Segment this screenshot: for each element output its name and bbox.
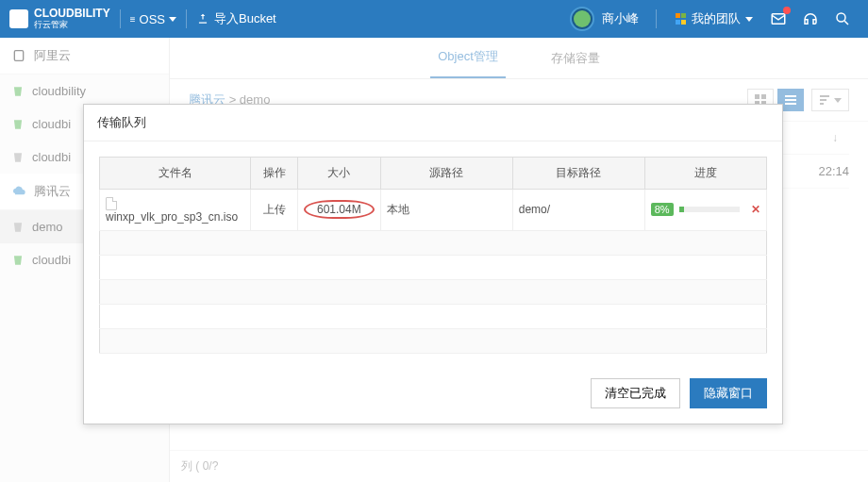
progress-percent: 8% [651,203,674,216]
col-size: 大小 [298,158,381,190]
transfer-dst: demo/ [512,190,644,231]
file-icon [106,197,117,210]
transfer-op: 上传 [251,190,298,231]
progress-wrap: 8% ✕ [651,203,760,216]
modal-title: 传输队列 [84,105,782,141]
oss-dropdown[interactable]: ≡ OSS [130,12,176,26]
logo: CLOUDBILITY 行云管家 [9,8,110,31]
username[interactable]: 商小峰 [602,10,639,27]
import-label: 导入Bucket [214,10,276,27]
transfer-row: winxp_vlk_pro_sp3_cn.iso 上传 601.04M 本地 d… [100,190,767,231]
search-icon[interactable] [834,10,851,27]
transfer-queue-modal: 传输队列 文件名 操作 大小 源路径 目标路径 进度 winxp_vlk_pro… [83,104,783,424]
team-label: 我的团队 [692,10,741,27]
clear-completed-button[interactable]: 清空已完成 [591,378,680,408]
transfer-table: 文件名 操作 大小 源路径 目标路径 进度 winxp_vlk_pro_sp3_… [99,157,767,354]
team-dropdown[interactable]: 我的团队 [676,10,753,27]
hide-window-button[interactable]: 隐藏窗口 [690,378,767,408]
col-op: 操作 [251,158,298,190]
team-grid-icon [676,13,687,25]
brand-name: CLOUDBILITY [34,8,110,19]
cancel-transfer-button[interactable]: ✕ [751,203,760,216]
transfer-filename: winxp_vlk_pro_sp3_cn.iso [106,210,238,224]
svg-point-1 [837,13,845,22]
mail-icon[interactable] [770,10,787,27]
chevron-down-icon [169,17,176,22]
col-src: 源路径 [380,158,512,190]
col-dst: 目标路径 [512,158,644,190]
top-bar: CLOUDBILITY 行云管家 ≡ OSS 导入Bucket 商小峰 我的团队 [0,0,868,38]
logo-icon [9,9,28,28]
chevron-down-icon [745,17,753,22]
brand-sub: 行云管家 [34,19,110,31]
import-icon [196,12,209,25]
import-bucket-button[interactable]: 导入Bucket [196,10,276,27]
col-filename: 文件名 [100,158,251,190]
transfer-src: 本地 [380,190,512,231]
modal-footer: 清空已完成 隐藏窗口 [84,369,782,424]
oss-label: OSS [140,12,165,26]
avatar[interactable] [570,7,594,31]
headset-icon[interactable] [802,10,819,27]
col-progress: 进度 [644,158,766,190]
transfer-size: 601.04M [304,200,375,219]
notification-badge [783,7,791,14]
progress-bar [679,207,740,212]
